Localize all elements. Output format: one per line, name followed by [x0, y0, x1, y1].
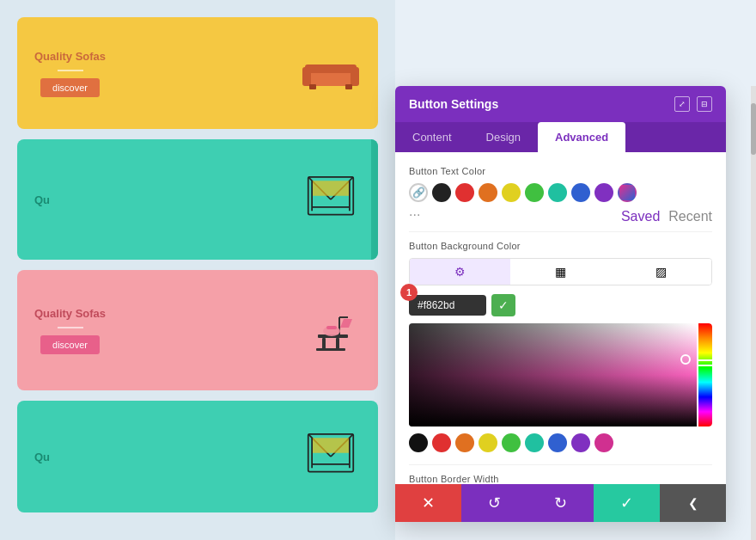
more-dots-text[interactable]: ···: [409, 207, 420, 223]
bg-color-section: Button Background Color ⚙ ▦ ▨ 1 ✓: [409, 241, 712, 452]
hex-input-row: ✓: [409, 294, 712, 316]
text-color-section: Button Text Color 🔗 ··· Saved Re: [409, 166, 712, 226]
gradient-icon-bg: ▦: [555, 265, 566, 279]
svg-rect-4: [309, 84, 316, 89]
swatch-blue-text[interactable]: [571, 183, 590, 202]
svg-marker-9: [312, 181, 350, 196]
color-badge: 1: [400, 284, 418, 301]
swatch-purple-text[interactable]: [594, 183, 613, 202]
card-teal-1-title: Qu: [34, 193, 50, 206]
card-pink-title: Quality Sofas: [34, 307, 106, 320]
swatch-red-text[interactable]: [455, 183, 474, 202]
swatch-gradient-text[interactable]: [618, 183, 637, 202]
panel-header-icons: ⤢ ⊟: [674, 96, 712, 112]
scrollbar-thumb[interactable]: [751, 103, 756, 155]
swatch-transparent-text[interactable]: 🔗: [409, 183, 428, 202]
tab-design[interactable]: Design: [469, 122, 538, 152]
bg-type-tabs: ⚙ ▦ ▨: [409, 258, 712, 285]
bg-tab-gradient[interactable]: ▦: [510, 259, 611, 285]
panel-header: Button Settings ⤢ ⊟: [395, 86, 726, 122]
text-color-swatches: 🔗: [409, 183, 712, 202]
hex-input[interactable]: [409, 295, 486, 316]
saved-link[interactable]: Saved: [621, 209, 660, 224]
bottom-swatch-blue[interactable]: [548, 433, 567, 452]
card-teal-1-left: Qu: [34, 193, 50, 206]
card-pink: Quality Sofas discover: [17, 270, 378, 390]
svg-rect-2: [302, 67, 311, 86]
divider-2: [409, 464, 712, 465]
bottom-swatch-yellow[interactable]: [479, 433, 497, 452]
card-pink-divider: [58, 327, 83, 328]
card-teal-2-left: Qu: [34, 451, 50, 463]
gear-icon-bg: ⚙: [454, 265, 466, 279]
hue-slider[interactable]: [698, 323, 712, 426]
settings-panel: Button Settings ⤢ ⊟ Content Design Advan…: [395, 86, 726, 522]
card-teal-2: Qu: [17, 401, 378, 512]
bottom-swatch-red[interactable]: [432, 433, 451, 452]
svg-marker-25: [312, 438, 350, 453]
bottom-swatch-teal[interactable]: [525, 433, 544, 452]
bottom-swatch-green[interactable]: [502, 433, 521, 452]
gradient-main: [409, 323, 697, 426]
card-yellow-title: Quality Sofas: [34, 50, 106, 63]
svg-rect-14: [322, 338, 326, 350]
hue-handle[interactable]: [697, 359, 712, 366]
svg-marker-19: [340, 319, 352, 328]
discover-button-yellow[interactable]: discover: [40, 78, 100, 97]
swatch-orange-text[interactable]: [479, 183, 497, 202]
scrollbar-track: [751, 86, 756, 540]
desk-icon: [301, 300, 361, 360]
text-color-label: Button Text Color: [409, 166, 712, 176]
svg-rect-16: [316, 348, 345, 351]
bottom-swatch-orange[interactable]: [455, 433, 474, 452]
picker-handle[interactable]: [680, 354, 691, 365]
tent-icon: [301, 169, 361, 230]
redo-button[interactable]: ↻: [527, 484, 594, 522]
svg-rect-21: [326, 326, 337, 329]
action-bar: ✕ ↺ ↻ ✓ ❮: [395, 484, 726, 522]
color-picker: 1 ✓: [409, 294, 712, 452]
swatch-teal-text[interactable]: [548, 183, 567, 202]
card-yellow-left: Quality Sofas discover: [34, 50, 106, 97]
card-yellow-divider: [58, 70, 83, 71]
collapse-button[interactable]: ❮: [660, 484, 726, 522]
canvas-area: Quality Sofas discover Qu: [0, 0, 395, 540]
bg-color-label: Button Background Color: [409, 241, 712, 251]
bottom-swatch-pink[interactable]: [594, 433, 613, 452]
ok-button[interactable]: ✓: [594, 484, 660, 522]
card-teal-2-title: Qu: [34, 451, 50, 463]
svg-rect-1: [305, 64, 357, 73]
svg-rect-5: [345, 84, 352, 89]
tent-icon-2: [301, 426, 361, 487]
swatch-black-text[interactable]: [432, 183, 451, 202]
panel-title: Button Settings: [409, 97, 498, 111]
gradient-canvas[interactable]: [409, 323, 712, 426]
bottom-color-row: [409, 433, 712, 452]
cancel-button[interactable]: ✕: [395, 484, 461, 522]
card-yellow: Quality Sofas discover: [17, 17, 378, 129]
image-icon-bg: ▨: [655, 265, 667, 279]
border-width-label: Button Border Width: [409, 474, 712, 484]
undo-button[interactable]: ↺: [461, 484, 527, 522]
panel-columns-button[interactable]: ⊟: [697, 96, 712, 112]
card-teal-badge: [371, 139, 378, 260]
bottom-swatch-purple[interactable]: [571, 433, 590, 452]
tab-content[interactable]: Content: [395, 122, 469, 152]
swatch-yellow-text[interactable]: [502, 183, 521, 202]
svg-rect-15: [336, 338, 339, 350]
svg-rect-3: [351, 67, 359, 86]
panel-resize-button[interactable]: ⤢: [674, 96, 690, 112]
sofa-icon: [301, 43, 361, 103]
tab-advanced[interactable]: Advanced: [538, 122, 625, 152]
bg-tab-image[interactable]: ▨: [611, 259, 711, 285]
hex-confirm-button[interactable]: ✓: [491, 294, 515, 316]
discover-button-pink[interactable]: discover: [40, 335, 100, 354]
bg-tab-solid[interactable]: ⚙: [410, 259, 510, 285]
panel-body: Button Text Color 🔗 ··· Saved Re: [395, 152, 726, 522]
divider-1: [409, 231, 712, 232]
swatch-green-text[interactable]: [525, 183, 544, 202]
card-pink-left: Quality Sofas discover: [34, 307, 106, 354]
recent-link[interactable]: Recent: [668, 209, 712, 224]
bottom-swatch-black[interactable]: [409, 433, 428, 452]
card-teal-1: Qu: [17, 139, 378, 260]
